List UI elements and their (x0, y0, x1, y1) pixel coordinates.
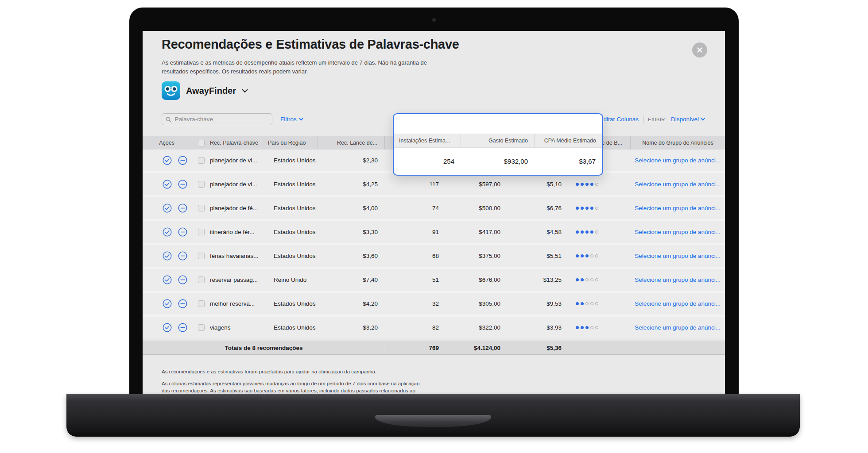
bid-strength-indicator (571, 278, 631, 281)
bid-strength-dots (576, 326, 598, 329)
select-ad-group-link[interactable]: Selecione um grupo de anúnci... (635, 181, 721, 188)
totals-row: Totais de 8 recomendações 769 $4.124,00 … (143, 341, 725, 355)
select-ad-group-link[interactable]: Selecione um grupo de anúnci... (635, 205, 721, 211)
strength-dot-filled (581, 326, 584, 329)
header-country[interactable]: País ou Região (261, 136, 318, 150)
display-label: EXIBIR: (648, 117, 666, 122)
select-ad-group-link[interactable]: Selecione um grupo de anúnci... (635, 253, 721, 259)
dismiss-recommendation-button[interactable] (178, 227, 187, 237)
select-all-checkbox[interactable] (198, 140, 205, 146)
display-dropdown[interactable]: Disponível (671, 116, 705, 123)
cpa-value: $4,58 (520, 229, 571, 235)
header-bid[interactable]: Rec. Lance de... (318, 136, 385, 150)
dismiss-recommendation-button[interactable] (178, 323, 187, 332)
row-keyword-cell: planejador de vi... (191, 157, 261, 164)
bid-value: $2,30 (318, 157, 385, 164)
row-adgroup-cell: Selecione um grupo de anúnci... (631, 229, 725, 235)
keyword-text: reservar passag... (210, 276, 258, 283)
dismiss-recommendation-button[interactable] (178, 275, 187, 284)
page-title: Recomendações e Estimativas de Palavras-… (162, 37, 459, 52)
search-field[interactable] (162, 113, 272, 125)
row-keyword-cell: itinerário de fér... (191, 229, 261, 235)
popup-header-cpa: CPA Médio Estimado (535, 134, 602, 147)
country-text: Estados Unidos (261, 157, 318, 164)
header-actions: Ações (143, 136, 191, 150)
table-toolbar-right: Editar Colunas EXIBIR: Disponível (599, 113, 705, 125)
select-ad-group-link[interactable]: Selecione um grupo de anúnci... (635, 276, 721, 283)
strength-dot-filled (576, 183, 579, 186)
row-actions (143, 180, 191, 189)
row-checkbox[interactable] (198, 276, 205, 283)
page: Recomendações e Estimativas de Palavras-… (0, 0, 868, 453)
strength-dot-filled (576, 207, 579, 210)
bid-strength-indicator (571, 302, 631, 305)
footnote-2: As colunas estimadas representam possíve… (162, 380, 427, 394)
dismiss-recommendation-button[interactable] (178, 156, 187, 165)
installs-value: 82 (385, 324, 457, 331)
dialog-subtitle: As estimativas e as métricas de desempen… (162, 58, 433, 76)
installs-value: 74 (385, 205, 457, 211)
strength-dot-filled (581, 183, 584, 186)
chevron-down-icon (242, 89, 248, 93)
country-text: Estados Unidos (261, 181, 318, 188)
accept-recommendation-button[interactable] (163, 299, 172, 308)
popup-values-row: 254 $932,00 $3,67 (394, 147, 602, 175)
table-row: reservar passag... Reino Unido $7,40 51 … (143, 269, 725, 291)
keyword-text: férias havaianas... (210, 253, 259, 259)
accept-recommendation-button[interactable] (163, 323, 172, 332)
header-keyword-label: Rec. Palavra-chave (210, 140, 258, 146)
bid-strength-dots (576, 183, 598, 186)
strength-dot-empty (585, 302, 589, 305)
installs-value: 68 (385, 253, 457, 259)
estimates-popup: Instalações Estima... Gasto Estimado CPA… (393, 113, 603, 176)
select-ad-group-link[interactable]: Selecione um grupo de anúnci... (635, 229, 721, 235)
bid-strength-indicator (571, 183, 631, 186)
chevron-down-icon (299, 118, 303, 121)
row-adgroup-cell: Selecione um grupo de anúnci... (631, 253, 725, 259)
table-row: melhor reserva... Estados Unidos $4,20 3… (143, 293, 725, 315)
dismiss-recommendation-button[interactable] (178, 203, 187, 213)
strength-dot-filled (590, 183, 593, 186)
accept-recommendation-button[interactable] (163, 251, 172, 261)
strength-dot-empty (595, 302, 598, 305)
bid-strength-dots (576, 230, 598, 234)
row-keyword-cell: planejador de vi... (191, 181, 261, 188)
filters-button[interactable]: Filtros (280, 113, 303, 125)
dismiss-recommendation-button[interactable] (178, 251, 187, 261)
bid-strength-indicator (571, 207, 631, 210)
select-ad-group-link[interactable]: Selecione um grupo de anúnci... (635, 157, 721, 164)
bid-value: $4,20 (318, 300, 385, 307)
header-ad-group[interactable]: Nome do Grupo de Anúncios (631, 136, 725, 150)
row-checkbox[interactable] (198, 324, 205, 331)
strength-dot-empty (595, 326, 598, 329)
strength-dot-filled (581, 207, 584, 210)
cpa-value: $6,76 (520, 205, 571, 211)
row-checkbox[interactable] (198, 157, 205, 164)
installs-value: 32 (385, 300, 457, 307)
row-checkbox[interactable] (198, 181, 205, 188)
row-adgroup-cell: Selecione um grupo de anúnci... (631, 181, 725, 188)
row-checkbox[interactable] (198, 253, 205, 259)
accept-recommendation-button[interactable] (163, 203, 172, 213)
strength-dot-empty (595, 254, 598, 257)
row-checkbox[interactable] (198, 205, 205, 211)
dismiss-recommendation-button[interactable] (178, 180, 187, 189)
row-checkbox[interactable] (198, 300, 205, 307)
dismiss-recommendation-button[interactable] (178, 299, 187, 308)
select-ad-group-link[interactable]: Selecione um grupo de anúnci... (635, 300, 721, 307)
app-selector[interactable]: AwayFinder (162, 81, 248, 100)
row-actions (143, 275, 191, 284)
cpa-value: $3,93 (520, 324, 571, 331)
row-actions (143, 323, 191, 332)
accept-recommendation-button[interactable] (163, 156, 172, 165)
accept-recommendation-button[interactable] (163, 275, 172, 284)
search-input[interactable] (174, 115, 268, 123)
row-checkbox[interactable] (198, 229, 205, 235)
accept-recommendation-button[interactable] (163, 227, 172, 237)
edit-columns-button[interactable]: Editar Colunas (599, 116, 639, 123)
accept-recommendation-button[interactable] (163, 180, 172, 189)
spend-value: $322,00 (457, 324, 520, 331)
select-ad-group-link[interactable]: Selecione um grupo de anúnci... (635, 324, 721, 331)
close-button[interactable] (692, 42, 707, 58)
row-adgroup-cell: Selecione um grupo de anúnci... (631, 276, 725, 283)
